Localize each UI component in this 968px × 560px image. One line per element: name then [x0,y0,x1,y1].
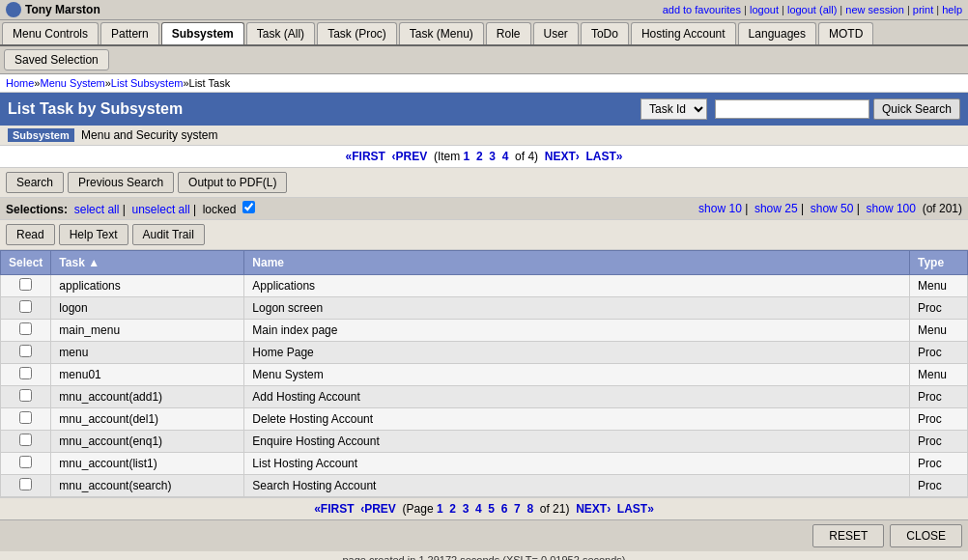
p7-bottom[interactable]: 7 [514,502,521,516]
search-field-select[interactable]: Task Id [641,98,707,120]
row-type: Menu [910,320,968,342]
row-checkbox[interactable] [19,300,32,313]
nav-tab-task-proc[interactable]: Task (Proc) [317,22,397,44]
row-checkbox[interactable] [19,367,32,379]
p2-bottom[interactable]: 2 [449,502,456,516]
close-button[interactable]: CLOSE [890,524,962,547]
subsystem-value: Menu and Security system [81,128,217,142]
last-link-top[interactable]: LAST» [585,150,622,163]
row-checkbox[interactable] [19,434,32,446]
row-checkbox[interactable] [19,345,32,357]
show-25-link[interactable]: show 25 [754,202,798,215]
p5-bottom[interactable]: 5 [488,502,495,516]
nav-tab-subsystem[interactable]: Subsystem [161,22,244,44]
breadcrumb-menu-system[interactable]: Menu System [40,77,104,89]
show-50-link[interactable]: show 50 [811,202,854,215]
show-100-link[interactable]: show 100 [867,202,916,215]
show-10-link[interactable]: show 10 [698,202,742,215]
main-header: List Task by Subsystem Task Id Quick Sea… [0,93,968,126]
row-type: Proc [910,386,968,408]
nav-tab-motd[interactable]: MOTD [818,22,873,44]
logout-all-link[interactable]: logout (all) [787,4,837,15]
type-sort-link[interactable]: Type [918,256,944,269]
row-task: menu01 [51,364,244,386]
show-links: show 10 | show 25 | show 50 | show 100 (… [698,202,962,215]
page-2-top[interactable]: 2 [476,150,483,163]
row-checkbox[interactable] [19,411,32,424]
nav-tab-hosting-account[interactable]: Hosting Account [631,22,736,44]
add-to-favourites-link[interactable]: add to favourites [663,4,741,15]
help-link[interactable]: help [942,4,962,15]
p8-bottom[interactable]: 8 [527,502,533,516]
row-name: Logon screen [244,297,910,320]
locked-checkbox[interactable] [242,201,255,213]
pagination-bottom: «FIRST ‹PREV (Page 1 2 3 4 5 6 7 8 of 21… [0,497,968,519]
table-row: logonLogon screenProc [1,297,968,320]
nav-tab-task-all[interactable]: Task (All) [246,22,315,44]
row-checkbox[interactable] [19,278,32,291]
read-button[interactable]: Read [6,224,55,245]
breadcrumb-home[interactable]: Home [6,77,34,89]
prev-link-bottom[interactable]: ‹PREV [360,502,396,516]
row-type: Proc [910,431,968,453]
table-row: mnu_account(list1)List Hosting AccountPr… [1,453,968,475]
page-4-top[interactable]: 4 [502,150,509,163]
table-row: mnu_account(del1)Delete Hosting AccountP… [1,408,968,431]
previous-search-button[interactable]: Previous Search [68,172,174,193]
row-type: Proc [910,408,968,431]
selections-row: Selections: select all | unselect all | … [0,198,968,220]
output-pdf-button[interactable]: Output to PDF(L) [178,172,287,193]
last-link-bottom[interactable]: LAST» [617,502,654,516]
name-sort-link[interactable]: Name [252,256,284,269]
breadcrumb-list-subsystem[interactable]: List Subsystem [111,77,184,89]
footer: page created in 1.29172 seconds (XSLT= 0… [0,551,968,560]
task-sort-link[interactable]: Task ▲ [59,256,100,269]
next-link-bottom[interactable]: NEXT› [576,502,611,516]
row-select-cell [1,342,51,364]
nav-tab-pattern[interactable]: Pattern [100,22,159,44]
print-link[interactable]: print [913,4,933,15]
action-row: Read Help Text Audit Trail [0,220,968,250]
unselect-all-link[interactable]: unselect all [132,203,190,216]
first-link-bottom[interactable]: «FIRST [314,502,354,516]
audit-trail-button[interactable]: Audit Trail [132,224,205,245]
col-header-type: Type [910,251,968,275]
quick-search-button[interactable]: Quick Search [873,98,960,120]
row-select-cell [1,364,51,386]
toolbar: Search Previous Search Output to PDF(L) [0,168,968,198]
nav-tab-user[interactable]: User [533,22,579,44]
nav-tab-languages[interactable]: Languages [738,22,816,44]
p3-bottom[interactable]: 3 [463,502,470,516]
search-button[interactable]: Search [6,172,64,193]
reset-button[interactable]: RESET [812,524,884,547]
row-checkbox[interactable] [19,456,32,468]
p1-bottom[interactable]: 1 [437,502,443,516]
p4-bottom[interactable]: 4 [475,502,482,516]
row-checkbox[interactable] [19,322,32,335]
saved-selection-tab[interactable]: Saved Selection [4,49,109,70]
logout-link[interactable]: logout [750,4,779,15]
prev-link-top[interactable]: ‹PREV [392,150,428,163]
row-checkbox[interactable] [19,478,32,490]
timing-text: page created in 1.29172 seconds (XSLT= 0… [3,554,965,560]
of-text-top: of 4) [515,150,538,163]
nav-tab-role[interactable]: Role [486,22,531,44]
row-name: Enquire Hosting Account [244,431,910,453]
breadcrumb-current: List Task [189,77,231,89]
row-checkbox[interactable] [19,389,32,402]
p6-bottom[interactable]: 6 [501,502,508,516]
locked-label: locked [203,203,237,216]
nav-tab-menu-controls[interactable]: Menu Controls [2,22,99,44]
first-link-top[interactable]: «FIRST [346,150,385,163]
nav-tab-todo[interactable]: ToDo [581,22,629,44]
select-all-link[interactable]: select all [74,203,120,216]
help-text-button[interactable]: Help Text [59,224,128,245]
search-input[interactable] [715,99,869,119]
page-1-top[interactable]: 1 [464,150,470,163]
new-session-link[interactable]: new session [845,4,904,15]
nav-tab-task-menu[interactable]: Task (Menu) [399,22,484,44]
next-link-top[interactable]: NEXT› [545,150,580,163]
row-task: menu [51,342,244,364]
page-3-top[interactable]: 3 [489,150,496,163]
top-links: add to favourites | logout | logout (all… [663,4,962,15]
